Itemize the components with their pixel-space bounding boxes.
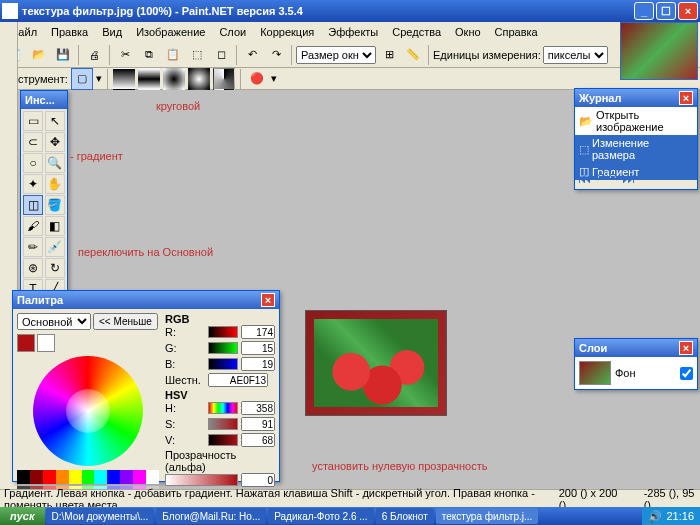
rgb-label: RGB [165, 313, 275, 325]
task-item[interactable]: Блоги@Mail.Ru: Но... [156, 508, 266, 524]
b-input[interactable] [241, 357, 275, 371]
menu-image[interactable]: Изображение [130, 24, 211, 40]
alpha-slider[interactable] [165, 474, 238, 486]
menubar: Файл Правка Вид Изображение Слои Коррекц… [0, 22, 700, 42]
b-slider[interactable] [208, 358, 238, 370]
task-item[interactable]: текстура фильтр.j... [436, 508, 539, 524]
recolor-tool[interactable]: ↻ [45, 258, 65, 278]
zoom-tool[interactable]: 🔍 [45, 153, 65, 173]
menu-effects[interactable]: Эффекты [322, 24, 384, 40]
paste-icon[interactable]: 📋 [162, 44, 184, 66]
brush-tool[interactable]: 🖌 [23, 216, 43, 236]
gradient-radial-icon[interactable] [188, 68, 210, 90]
gradient-linear-icon[interactable] [113, 68, 135, 90]
start-button[interactable]: пуск [0, 507, 45, 525]
history-last-icon[interactable]: ⏭ [622, 170, 636, 186]
grid-icon[interactable]: ⊞ [378, 44, 400, 66]
menu-adjust[interactable]: Коррекция [254, 24, 320, 40]
taskbar: пуск D:\Мои документы\... Блоги@Mail.Ru:… [0, 507, 700, 525]
close-button[interactable]: × [678, 2, 698, 20]
secondary-swatch[interactable] [37, 334, 55, 352]
g-input[interactable] [241, 341, 275, 355]
picker-tool[interactable]: 💉 [45, 237, 65, 257]
task-item[interactable]: Радикал-Фото 2.6 ... [268, 508, 373, 524]
copy-icon[interactable]: ⧉ [138, 44, 160, 66]
color-wheel[interactable] [33, 356, 143, 466]
r-slider[interactable] [208, 326, 238, 338]
minimize-button[interactable]: _ [634, 2, 654, 20]
task-item[interactable]: D:\Мои документы\... [46, 508, 155, 524]
layers-close-icon[interactable]: × [679, 341, 693, 355]
history-item[interactable]: ⬚Изменение размера [575, 135, 697, 163]
menu-window[interactable]: Окно [449, 24, 487, 40]
s-input[interactable] [241, 417, 275, 431]
rect-select-tool[interactable]: ▭ [23, 111, 43, 131]
less-button[interactable]: << Меньше [93, 313, 158, 330]
history-title: Журнал [579, 92, 621, 104]
units-select[interactable]: пикселы [543, 46, 608, 64]
cut-icon[interactable]: ✂ [114, 44, 136, 66]
color-mode-icon[interactable]: 🔴 [246, 68, 268, 90]
ruler-icon[interactable]: 📏 [402, 44, 424, 66]
layer-visible-checkbox[interactable] [680, 367, 693, 380]
open-icon[interactable]: 📂 [28, 44, 50, 66]
deselect-icon[interactable]: ◻ [210, 44, 232, 66]
menu-edit[interactable]: Правка [45, 24, 94, 40]
history-panel: Журнал× 📂Открыть изображение ⬚Изменение … [574, 88, 698, 190]
layer-thumbnail[interactable] [579, 361, 611, 385]
gradient-diamond-icon[interactable] [163, 68, 185, 90]
navigator-thumbnail[interactable] [620, 22, 698, 80]
window-titlebar: текстура фильтр.jpg (100%) - Paint.NET в… [0, 0, 700, 22]
annotation: переключить на Основной [78, 246, 213, 258]
r-input[interactable] [241, 325, 275, 339]
move-selection-tool[interactable]: ✥ [45, 132, 65, 152]
annotation: круговой [156, 100, 200, 112]
history-item[interactable]: 📂Открыть изображение [575, 107, 697, 135]
layer-name[interactable]: Фон [615, 367, 636, 379]
crop-icon[interactable]: ⬚ [186, 44, 208, 66]
menu-tools[interactable]: Средства [386, 24, 447, 40]
print-icon[interactable]: 🖨 [83, 44, 105, 66]
palette-strip[interactable] [17, 470, 159, 484]
gradient-tool[interactable]: ◫ [23, 195, 43, 215]
menu-layers[interactable]: Слои [213, 24, 252, 40]
tool-options-bar: Инструмент: ▢ ▾ 🔴 ▾ [0, 68, 700, 90]
history-back-icon[interactable]: ↶ [594, 170, 606, 186]
s-slider[interactable] [208, 418, 238, 430]
h-slider[interactable] [208, 402, 238, 414]
current-tool-icon[interactable]: ▢ [71, 68, 93, 90]
gradient-reflected-icon[interactable] [138, 68, 160, 90]
alpha-input[interactable] [241, 473, 275, 487]
h-input[interactable] [241, 401, 275, 415]
history-close-icon[interactable]: × [679, 91, 693, 105]
save-icon[interactable]: 💾 [52, 44, 74, 66]
gradient-conical-icon[interactable] [213, 68, 235, 90]
bucket-tool[interactable]: 🪣 [45, 195, 65, 215]
move-tool[interactable]: ↖ [45, 111, 65, 131]
clone-tool[interactable]: ⊛ [23, 258, 43, 278]
history-first-icon[interactable]: ⏮ [578, 170, 592, 186]
ellipse-select-tool[interactable]: ○ [23, 153, 43, 173]
pan-tool[interactable]: ✋ [45, 174, 65, 194]
primary-swatch[interactable] [17, 334, 35, 352]
g-slider[interactable] [208, 342, 238, 354]
task-item[interactable]: 6 Блокнот [376, 508, 434, 524]
redo-icon[interactable]: ↷ [265, 44, 287, 66]
menu-view[interactable]: Вид [96, 24, 128, 40]
view-mode-select[interactable]: Размер окн [296, 46, 376, 64]
document-image[interactable] [305, 310, 447, 416]
pencil-tool[interactable]: ✏ [23, 237, 43, 257]
magic-wand-tool[interactable]: ✦ [23, 174, 43, 194]
v-input[interactable] [241, 433, 275, 447]
color-mode-select[interactable]: Основной [17, 313, 91, 330]
undo-icon[interactable]: ↶ [241, 44, 263, 66]
lasso-tool[interactable]: ⊂ [23, 132, 43, 152]
maximize-button[interactable]: ☐ [656, 2, 676, 20]
history-fwd-icon[interactable]: ↷ [608, 170, 620, 186]
v-slider[interactable] [208, 434, 238, 446]
system-tray[interactable]: 🔊21:16 [642, 507, 700, 525]
hex-input[interactable] [208, 373, 268, 387]
palette-close-icon[interactable]: × [261, 293, 275, 307]
menu-help[interactable]: Справка [489, 24, 544, 40]
eraser-tool[interactable]: ◧ [45, 216, 65, 236]
